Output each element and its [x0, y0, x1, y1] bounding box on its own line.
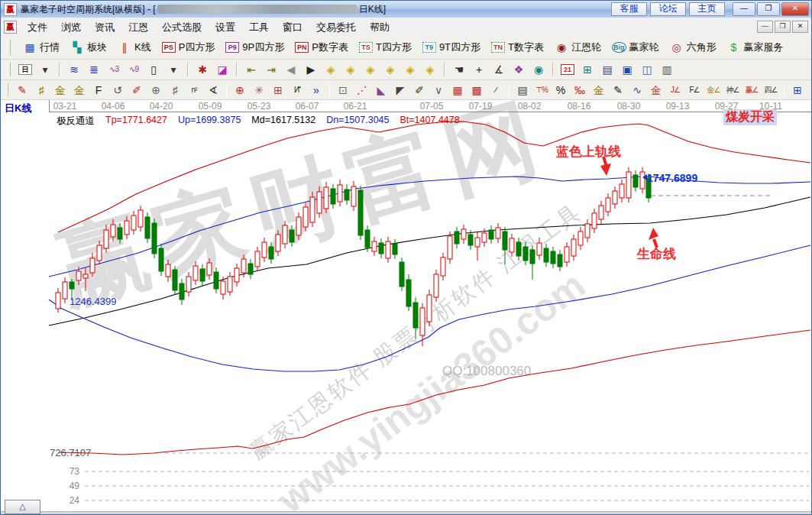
- k9-cycle-button[interactable]: ∿9: [125, 61, 143, 78]
- gold-grid-small-button[interactable]: 金: [51, 82, 70, 99]
- gold-levels-button[interactable]: 金: [590, 82, 608, 99]
- red-mark-button[interactable]: ✱: [193, 61, 212, 78]
- j-angle-button[interactable]: J∠: [666, 82, 684, 99]
- web-square-button[interactable]: ⊞: [269, 82, 287, 99]
- red-pen-button[interactable]: ✐: [128, 82, 146, 99]
- pan-hand-button[interactable]: ☚: [450, 61, 468, 78]
- box-ruler-button[interactable]: ⊡: [334, 82, 352, 99]
- wave-tool-button[interactable]: ∿: [628, 82, 646, 99]
- fan-lines-button[interactable]: ⋰: [353, 82, 371, 99]
- period-daily-button[interactable]: 日: [16, 63, 34, 76]
- hexagon-button[interactable]: ◎六角形: [668, 39, 719, 56]
- diamond-down-button[interactable]: ◈: [381, 61, 400, 78]
- 9p-square-button[interactable]: P99P四方形: [223, 39, 286, 56]
- circle-grid-button[interactable]: ⊕: [147, 82, 165, 99]
- go-prev-button[interactable]: ◀: [282, 61, 300, 78]
- kline-button[interactable]: ∥K线: [115, 39, 154, 56]
- color-histogram-button[interactable]: ◪: [213, 61, 231, 78]
- t-percent-button[interactable]: ⊤%: [532, 82, 551, 99]
- menu-设置[interactable]: 设置: [209, 21, 242, 33]
- maximize-button[interactable]: ❐: [757, 2, 780, 16]
- ink-brush-button[interactable]: ✎: [609, 82, 627, 99]
- k3-cycle-button[interactable]: ∿3: [105, 61, 123, 78]
- home-button[interactable]: 主页: [689, 2, 725, 16]
- spiral-button[interactable]: ↺: [108, 82, 127, 99]
- grid-red-2-button[interactable]: ▩: [467, 82, 486, 99]
- save-button[interactable]: ▣: [618, 61, 636, 78]
- v-lines-button[interactable]: ∨: [429, 82, 448, 99]
- gold-angle-button[interactable]: 金∠: [704, 82, 723, 99]
- service-button[interactable]: 客服: [611, 2, 647, 16]
- trend-chart-button[interactable]: ∡: [807, 82, 812, 99]
- n-squared-button[interactable]: n²: [185, 82, 203, 99]
- diamond-left-button[interactable]: ◈: [322, 61, 340, 78]
- mdi-close-button[interactable]: ✕: [792, 21, 808, 33]
- p-table-button[interactable]: PNP数字表: [293, 39, 351, 56]
- t-square-button[interactable]: TST四方形: [357, 39, 414, 56]
- menu-工具[interactable]: 工具: [242, 21, 276, 33]
- fan-box-button[interactable]: ◣: [372, 82, 390, 99]
- web-doc-button[interactable]: ◫: [638, 61, 656, 78]
- p-square-button[interactable]: PSP四方形: [160, 39, 218, 56]
- f-grid-button[interactable]: F: [89, 82, 108, 99]
- menu-公式选股[interactable]: 公式选股: [155, 21, 209, 33]
- hash-grid-button[interactable]: ♯: [166, 82, 184, 99]
- shen-angle-button[interactable]: 神∠: [723, 82, 742, 99]
- go-next-button[interactable]: ▶: [302, 61, 320, 78]
- teal-tool-button[interactable]: ◉: [529, 61, 548, 78]
- target-circle-button[interactable]: ⊕: [231, 82, 249, 99]
- gold-grid-large-button[interactable]: 金: [70, 82, 89, 99]
- printer-button[interactable]: ▥: [658, 61, 676, 78]
- gann-grid-button[interactable]: ♯: [32, 82, 50, 99]
- chart-canvas[interactable]: [1, 100, 812, 515]
- draw-brush-button[interactable]: ✎: [13, 82, 31, 99]
- mdi-minimize-button[interactable]: —: [757, 21, 773, 33]
- angle-measure-button[interactable]: ∡: [490, 61, 508, 78]
- angle-mirror-button[interactable]: ∢: [204, 82, 222, 99]
- grid-red-button[interactable]: ▦: [448, 82, 467, 99]
- horizontal-scrollbar[interactable]: [1, 511, 812, 515]
- minimize-button[interactable]: —: [733, 2, 755, 16]
- crosshair-button[interactable]: +: [470, 61, 488, 78]
- si-angle-button[interactable]: 四∠: [762, 82, 780, 99]
- calculator-button[interactable]: ⊞: [578, 61, 597, 78]
- ying-angle-button[interactable]: 赢∠: [742, 82, 761, 99]
- t-table-button[interactable]: TNT数字表: [489, 39, 546, 56]
- menu-窗口[interactable]: 窗口: [276, 21, 309, 33]
- menu-资讯[interactable]: 资讯: [88, 21, 121, 33]
- sector-label[interactable]: 煤炭开采: [723, 109, 777, 125]
- diamond-right-button[interactable]: ◈: [341, 61, 360, 78]
- menu-交易委托[interactable]: 交易委托: [309, 21, 363, 33]
- i-mark-button[interactable]: И'': [288, 82, 306, 99]
- mdi-restore-button[interactable]: ❐: [775, 21, 791, 33]
- close-button[interactable]: ✕: [781, 2, 809, 16]
- doc-blue-button[interactable]: ≣: [85, 61, 103, 78]
- menu-江恩[interactable]: 江恩: [121, 21, 155, 33]
- sectors-button[interactable]: ▚板块: [68, 39, 109, 56]
- permille-button[interactable]: ‰: [571, 82, 589, 99]
- slant-lines-button[interactable]: ∕∕: [487, 82, 505, 99]
- diamond-up-button[interactable]: ◈: [361, 61, 380, 78]
- quotes-button[interactable]: ▦行情: [21, 39, 62, 56]
- menu-文件[interactable]: 文件: [21, 21, 54, 33]
- winner-wheel-button[interactable]: Big赢家轮: [610, 39, 662, 56]
- calendar-button[interactable]: 21: [558, 63, 577, 76]
- pattern-blue-button[interactable]: ≋: [65, 61, 83, 78]
- forum-button[interactable]: 论坛: [650, 2, 686, 16]
- winner-service-button[interactable]: $赢家服务: [725, 39, 786, 56]
- purple-tool-button[interactable]: ❖: [510, 61, 528, 78]
- more-tools-button[interactable]: »: [307, 82, 325, 99]
- menu-浏览[interactable]: 浏览: [54, 21, 88, 33]
- candle-style-button[interactable]: ▯: [144, 61, 163, 78]
- notepad-button[interactable]: ▤: [598, 61, 616, 78]
- candle-style-dropdown-button[interactable]: ▾: [164, 61, 183, 78]
- percent-button[interactable]: %: [552, 82, 570, 99]
- go-first-button[interactable]: ⇤: [242, 61, 260, 78]
- grid-yellow-button[interactable]: ⊞: [788, 82, 807, 99]
- level-list-button[interactable]: ▤: [513, 82, 532, 99]
- pencil-line-button[interactable]: ✐: [410, 82, 429, 99]
- menu-帮助[interactable]: 帮助: [363, 21, 396, 33]
- fan-box-dark-button[interactable]: ◤: [391, 82, 409, 99]
- 9t-square-button[interactable]: T99T四方形: [420, 39, 483, 56]
- go-last-button[interactable]: ⇥: [262, 61, 280, 78]
